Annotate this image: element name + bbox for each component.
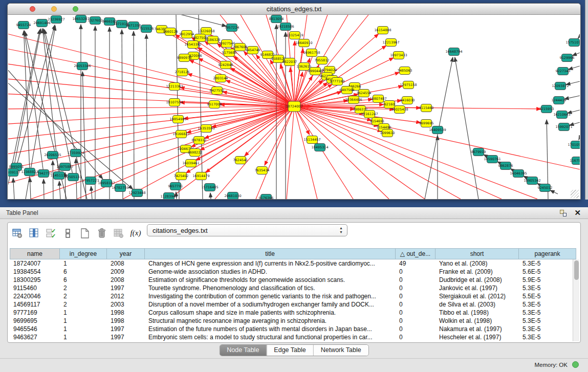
tab-node-table[interactable]: Node Table — [220, 345, 266, 356]
graph-node-label: 16782759 — [112, 186, 128, 190]
graph-node-label: 1698222 — [188, 150, 203, 155]
table-scrollbar[interactable] — [573, 259, 579, 341]
graph-node-label: 7957224 — [225, 26, 239, 30]
import-table-icon[interactable] — [112, 226, 125, 240]
table-row[interactable]: 1830029562008Estimation of significance … — [10, 276, 576, 284]
graph-edge — [230, 68, 294, 106]
graph-node-label: 16154808 — [374, 28, 391, 32]
new-document-icon[interactable] — [78, 226, 92, 240]
graph-node-label: 10653287 — [72, 17, 89, 21]
graph-node-label: 19166827 — [172, 132, 189, 136]
graph-node-label: 7515526 — [139, 27, 154, 31]
graph-node-label: 23236927 — [48, 17, 64, 21]
table-row[interactable]: 1872400712008Changes of HCN gene express… — [10, 259, 576, 268]
table-cell: 0 — [396, 276, 435, 284]
graph-node-label: 1327602 — [88, 18, 103, 23]
graph-node-label: 62160 — [384, 102, 395, 106]
table-cell: Changes of HCN gene expression and I(f) … — [145, 259, 396, 268]
table-settings-icon[interactable] — [11, 226, 24, 240]
column-header-pagerank[interactable]: pagerank — [519, 248, 576, 259]
graph-edge — [176, 15, 179, 199]
table-cell: 5.3E-5 — [519, 317, 576, 325]
graph-node-label: 17957223 — [82, 179, 99, 183]
graph-node-label: 18724007 — [286, 104, 302, 108]
graph-node-label: 16039461 — [182, 161, 199, 165]
table-cell: Stergiakouli et al. (2012) — [435, 292, 519, 300]
graph-edge — [59, 181, 60, 199]
table-tabs: Node TableEdge TableNetwork Table — [219, 344, 368, 356]
graph-node-label: 9777169 — [330, 79, 345, 83]
close-panel-icon[interactable]: ✕ — [574, 208, 581, 217]
network-canvas[interactable]: 9455724206914062323692710653287132760284… — [8, 15, 580, 199]
scrollbar-thumb[interactable] — [574, 260, 579, 280]
table-cell: Estimation of significance thresholds fo… — [145, 276, 396, 284]
table-cell: 2008 — [107, 259, 145, 268]
tab-edge-table[interactable]: Edge Table — [266, 345, 313, 356]
graph-node-label: 7425402 — [174, 174, 189, 178]
table-row[interactable]: 977716911998Corpus callosum shape and si… — [10, 309, 576, 317]
graph-node-label: 2718126 — [175, 70, 190, 74]
table-cell: Yano et al. (2008) — [435, 259, 519, 268]
graph-node-label: 13226058 — [198, 29, 214, 33]
column-header-in_degree[interactable]: in_degree — [60, 248, 107, 259]
delete-icon[interactable] — [95, 226, 108, 240]
graph-node-label: 15751074 — [565, 40, 580, 45]
table-cell: Tourette syndrome. Phenomenology and cla… — [145, 284, 396, 292]
graph-node-label: 19854985 — [169, 117, 186, 121]
table-cell: 0 — [396, 325, 435, 333]
column-header-year[interactable]: year — [107, 248, 145, 259]
graph-node-label: 16543392 — [184, 42, 201, 47]
table-cell: Embryonic stem cells: a model to study s… — [145, 333, 396, 341]
table-cell: 1998 — [107, 317, 145, 325]
graph-node-label: 10807487 — [369, 97, 386, 101]
table-cell: 5.9E-5 — [519, 276, 576, 284]
graph-node-label: 3215953 — [539, 107, 554, 111]
graph-node-label: 2803144 — [213, 76, 228, 80]
table-cell: 9463627 — [10, 333, 60, 341]
graph-node-label: 10958107 — [98, 181, 115, 185]
tab-network-table[interactable]: Network Table — [313, 345, 368, 356]
function-icon[interactable]: f(x) — [129, 226, 142, 240]
row-check-icon[interactable]: ✓✓ — [45, 226, 58, 240]
graph-node-label: 13325419 — [286, 33, 303, 37]
column-select-icon[interactable] — [28, 226, 41, 240]
graph-node-label: 9176366 — [259, 196, 274, 199]
table-row[interactable]: 1456911722003Disruption of a novel membe… — [10, 300, 576, 309]
graph-node-label: 15716485 — [201, 185, 218, 189]
table-row[interactable]: 969969511998Structural magnetic resonanc… — [10, 317, 576, 325]
resize-grip[interactable] — [571, 190, 579, 198]
column-header-short[interactable]: short — [435, 248, 519, 259]
table-selector[interactable]: citations_edges.txt ▲▼ — [147, 224, 347, 236]
table-row[interactable]: 1938455462009Genome-wide association stu… — [10, 268, 576, 276]
table-cell: 1997 — [107, 333, 145, 341]
network-window-titlebar[interactable]: citations_edges.txt — [8, 4, 580, 15]
graph-node-label: 9699695 — [419, 121, 434, 125]
table-cell: 1 — [60, 259, 107, 268]
table-cell: 2 — [60, 284, 107, 292]
table-row[interactable]: 946362711997Embryonic stem cells: a mode… — [10, 333, 576, 341]
table-row[interactable]: 911546021997Tourette syndrome. Phenomeno… — [10, 284, 576, 292]
graph-node-label: 16914479 — [192, 174, 209, 178]
table-row[interactable]: 946554611997Estimation of the future num… — [10, 325, 576, 333]
status-bar: Memory: OK — [0, 358, 588, 372]
table-cell: Nakamura et al. (1997) — [435, 325, 519, 333]
column-header-title[interactable]: title — [145, 248, 396, 259]
graph-node-label: 15992071 — [555, 125, 572, 129]
graph-edge — [294, 106, 502, 199]
column-header-name[interactable]: name — [10, 248, 60, 259]
graph-edge — [455, 57, 478, 199]
table-cell: 1 — [60, 309, 107, 317]
graph-edge — [189, 60, 294, 106]
table-row[interactable]: 2242004622012Investigating the contribut… — [10, 292, 576, 300]
table-cell: 9699695 — [10, 317, 60, 325]
graph-node-label: 20681030 — [224, 194, 241, 198]
table-cell: 2 — [60, 292, 107, 300]
table-cell: Hescheler et al. (1997) — [435, 333, 519, 341]
memory-status-icon — [572, 361, 579, 368]
rows-icon[interactable] — [61, 226, 75, 240]
float-panel-icon[interactable] — [560, 210, 567, 216]
table-cell: 18300295 — [10, 276, 60, 284]
column-header-out_de[interactable]: △ out_de... — [396, 248, 435, 259]
graph-node-label: 8978312 — [192, 138, 207, 142]
table-cell: Franke et al. (2009) — [435, 268, 519, 276]
